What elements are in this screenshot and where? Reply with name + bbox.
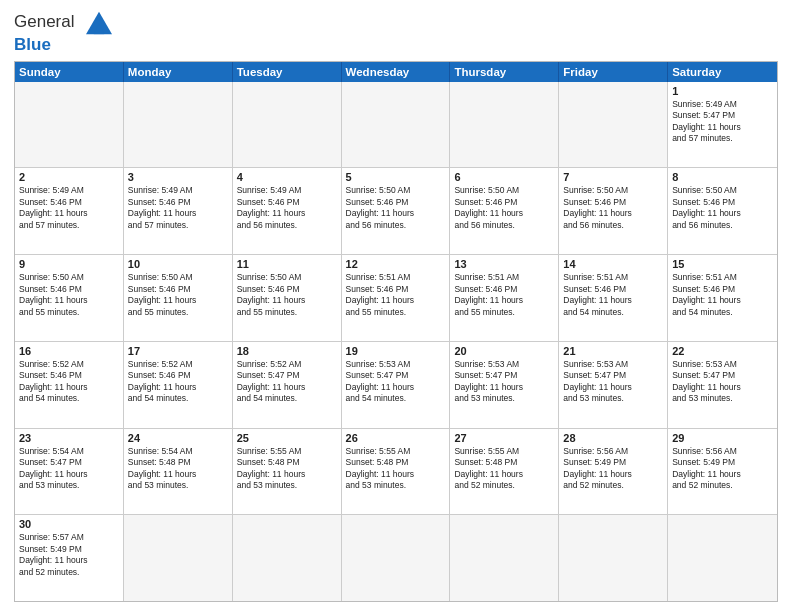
- day-number: 16: [19, 345, 119, 357]
- calendar: SundayMondayTuesdayWednesdayThursdayFrid…: [14, 61, 778, 602]
- day-number: 15: [672, 258, 773, 270]
- day-number: 2: [19, 171, 119, 183]
- day-info-text: Sunrise: 5:53 AM Sunset: 5:47 PM Dayligh…: [454, 359, 554, 405]
- calendar-day-17: 17Sunrise: 5:52 AM Sunset: 5:46 PM Dayli…: [124, 342, 233, 428]
- day-number: 25: [237, 432, 337, 444]
- calendar-empty-cell: [124, 82, 233, 168]
- calendar-day-5: 5Sunrise: 5:50 AM Sunset: 5:46 PM Daylig…: [342, 168, 451, 254]
- calendar-day-14: 14Sunrise: 5:51 AM Sunset: 5:46 PM Dayli…: [559, 255, 668, 341]
- calendar-day-11: 11Sunrise: 5:50 AM Sunset: 5:46 PM Dayli…: [233, 255, 342, 341]
- day-info-text: Sunrise: 5:51 AM Sunset: 5:46 PM Dayligh…: [454, 272, 554, 318]
- day-info-text: Sunrise: 5:50 AM Sunset: 5:46 PM Dayligh…: [672, 185, 773, 231]
- day-number: 4: [237, 171, 337, 183]
- calendar-empty-cell: [668, 515, 777, 601]
- calendar-row-4: 23Sunrise: 5:54 AM Sunset: 5:47 PM Dayli…: [15, 428, 777, 515]
- calendar-day-26: 26Sunrise: 5:55 AM Sunset: 5:48 PM Dayli…: [342, 429, 451, 515]
- calendar-day-10: 10Sunrise: 5:50 AM Sunset: 5:46 PM Dayli…: [124, 255, 233, 341]
- day-info-text: Sunrise: 5:50 AM Sunset: 5:46 PM Dayligh…: [563, 185, 663, 231]
- day-info-text: Sunrise: 5:50 AM Sunset: 5:46 PM Dayligh…: [346, 185, 446, 231]
- calendar-empty-cell: [559, 82, 668, 168]
- day-number: 12: [346, 258, 446, 270]
- calendar-empty-cell: [15, 82, 124, 168]
- day-number: 24: [128, 432, 228, 444]
- calendar-day-4: 4Sunrise: 5:49 AM Sunset: 5:46 PM Daylig…: [233, 168, 342, 254]
- day-info-text: Sunrise: 5:51 AM Sunset: 5:46 PM Dayligh…: [672, 272, 773, 318]
- calendar-day-6: 6Sunrise: 5:50 AM Sunset: 5:46 PM Daylig…: [450, 168, 559, 254]
- day-info-text: Sunrise: 5:49 AM Sunset: 5:47 PM Dayligh…: [672, 99, 773, 145]
- calendar-day-28: 28Sunrise: 5:56 AM Sunset: 5:49 PM Dayli…: [559, 429, 668, 515]
- day-info-text: Sunrise: 5:50 AM Sunset: 5:46 PM Dayligh…: [19, 272, 119, 318]
- calendar-day-7: 7Sunrise: 5:50 AM Sunset: 5:46 PM Daylig…: [559, 168, 668, 254]
- day-info-text: Sunrise: 5:49 AM Sunset: 5:46 PM Dayligh…: [128, 185, 228, 231]
- day-number: 19: [346, 345, 446, 357]
- day-number: 3: [128, 171, 228, 183]
- calendar-empty-cell: [450, 515, 559, 601]
- day-info-text: Sunrise: 5:53 AM Sunset: 5:47 PM Dayligh…: [346, 359, 446, 405]
- calendar-day-25: 25Sunrise: 5:55 AM Sunset: 5:48 PM Dayli…: [233, 429, 342, 515]
- calendar-day-23: 23Sunrise: 5:54 AM Sunset: 5:47 PM Dayli…: [15, 429, 124, 515]
- day-number: 28: [563, 432, 663, 444]
- calendar-body: 1Sunrise: 5:49 AM Sunset: 5:47 PM Daylig…: [15, 82, 777, 601]
- day-info-text: Sunrise: 5:50 AM Sunset: 5:46 PM Dayligh…: [454, 185, 554, 231]
- calendar-day-30: 30Sunrise: 5:57 AM Sunset: 5:49 PM Dayli…: [15, 515, 124, 601]
- day-number: 30: [19, 518, 119, 530]
- calendar-day-27: 27Sunrise: 5:55 AM Sunset: 5:48 PM Dayli…: [450, 429, 559, 515]
- page: General Blue SundayMondayTuesdayWednesda…: [0, 0, 792, 612]
- day-number: 14: [563, 258, 663, 270]
- day-number: 20: [454, 345, 554, 357]
- calendar-empty-cell: [559, 515, 668, 601]
- day-info-text: Sunrise: 5:52 AM Sunset: 5:46 PM Dayligh…: [19, 359, 119, 405]
- logo: General Blue: [14, 10, 117, 55]
- day-info-text: Sunrise: 5:55 AM Sunset: 5:48 PM Dayligh…: [346, 446, 446, 492]
- calendar-row-5: 30Sunrise: 5:57 AM Sunset: 5:49 PM Dayli…: [15, 514, 777, 601]
- weekday-header-friday: Friday: [559, 62, 668, 82]
- calendar-day-19: 19Sunrise: 5:53 AM Sunset: 5:47 PM Dayli…: [342, 342, 451, 428]
- calendar-day-12: 12Sunrise: 5:51 AM Sunset: 5:46 PM Dayli…: [342, 255, 451, 341]
- day-number: 13: [454, 258, 554, 270]
- day-number: 29: [672, 432, 773, 444]
- day-info-text: Sunrise: 5:52 AM Sunset: 5:47 PM Dayligh…: [237, 359, 337, 405]
- header: General Blue: [14, 10, 778, 55]
- weekday-header-wednesday: Wednesday: [342, 62, 451, 82]
- day-number: 7: [563, 171, 663, 183]
- calendar-day-21: 21Sunrise: 5:53 AM Sunset: 5:47 PM Dayli…: [559, 342, 668, 428]
- day-number: 9: [19, 258, 119, 270]
- day-info-text: Sunrise: 5:57 AM Sunset: 5:49 PM Dayligh…: [19, 532, 119, 578]
- calendar-empty-cell: [342, 82, 451, 168]
- day-info-text: Sunrise: 5:54 AM Sunset: 5:47 PM Dayligh…: [19, 446, 119, 492]
- day-info-text: Sunrise: 5:50 AM Sunset: 5:46 PM Dayligh…: [128, 272, 228, 318]
- day-info-text: Sunrise: 5:54 AM Sunset: 5:48 PM Dayligh…: [128, 446, 228, 492]
- day-number: 23: [19, 432, 119, 444]
- day-number: 11: [237, 258, 337, 270]
- day-info-text: Sunrise: 5:49 AM Sunset: 5:46 PM Dayligh…: [19, 185, 119, 231]
- day-info-text: Sunrise: 5:56 AM Sunset: 5:49 PM Dayligh…: [672, 446, 773, 492]
- day-number: 10: [128, 258, 228, 270]
- calendar-day-29: 29Sunrise: 5:56 AM Sunset: 5:49 PM Dayli…: [668, 429, 777, 515]
- calendar-day-15: 15Sunrise: 5:51 AM Sunset: 5:46 PM Dayli…: [668, 255, 777, 341]
- day-info-text: Sunrise: 5:49 AM Sunset: 5:46 PM Dayligh…: [237, 185, 337, 231]
- day-info-text: Sunrise: 5:53 AM Sunset: 5:47 PM Dayligh…: [563, 359, 663, 405]
- day-info-text: Sunrise: 5:55 AM Sunset: 5:48 PM Dayligh…: [454, 446, 554, 492]
- calendar-empty-cell: [124, 515, 233, 601]
- weekday-header-saturday: Saturday: [668, 62, 777, 82]
- calendar-day-18: 18Sunrise: 5:52 AM Sunset: 5:47 PM Dayli…: [233, 342, 342, 428]
- day-number: 21: [563, 345, 663, 357]
- calendar-day-20: 20Sunrise: 5:53 AM Sunset: 5:47 PM Dayli…: [450, 342, 559, 428]
- calendar-row-3: 16Sunrise: 5:52 AM Sunset: 5:46 PM Dayli…: [15, 341, 777, 428]
- calendar-row-2: 9Sunrise: 5:50 AM Sunset: 5:46 PM Daylig…: [15, 254, 777, 341]
- calendar-day-1: 1Sunrise: 5:49 AM Sunset: 5:47 PM Daylig…: [668, 82, 777, 168]
- calendar-day-8: 8Sunrise: 5:50 AM Sunset: 5:46 PM Daylig…: [668, 168, 777, 254]
- day-info-text: Sunrise: 5:55 AM Sunset: 5:48 PM Dayligh…: [237, 446, 337, 492]
- calendar-empty-cell: [450, 82, 559, 168]
- calendar-day-22: 22Sunrise: 5:53 AM Sunset: 5:47 PM Dayli…: [668, 342, 777, 428]
- calendar-day-2: 2Sunrise: 5:49 AM Sunset: 5:46 PM Daylig…: [15, 168, 124, 254]
- day-number: 5: [346, 171, 446, 183]
- day-number: 18: [237, 345, 337, 357]
- calendar-empty-cell: [342, 515, 451, 601]
- day-number: 17: [128, 345, 228, 357]
- weekday-header-thursday: Thursday: [450, 62, 559, 82]
- day-number: 27: [454, 432, 554, 444]
- weekday-header-sunday: Sunday: [15, 62, 124, 82]
- calendar-day-13: 13Sunrise: 5:51 AM Sunset: 5:46 PM Dayli…: [450, 255, 559, 341]
- calendar-day-9: 9Sunrise: 5:50 AM Sunset: 5:46 PM Daylig…: [15, 255, 124, 341]
